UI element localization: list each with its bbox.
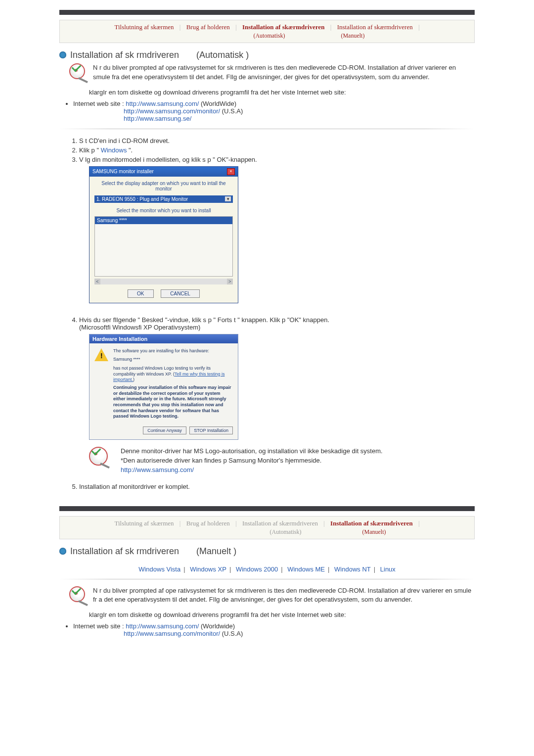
scroll-right-icon[interactable]: > xyxy=(227,279,233,284)
link-linux[interactable]: Linux xyxy=(380,566,396,573)
installer-label-monitor: Select the monitor which you want to ins… xyxy=(89,205,238,216)
divider xyxy=(59,129,475,129)
section-automatisk-heading: Installation af sk rmdriveren (Automatis… xyxy=(59,50,475,60)
hardware-installation-warning-dialog: Hardware Installation ! The software you… xyxy=(89,334,238,440)
installer-adapter-dropdown[interactable]: 1. RADEON 9550 : Plug and Play Monitor ▾ xyxy=(94,195,233,203)
step-2: Klik p " Windows ". xyxy=(79,145,475,155)
tab-tilslutning[interactable]: Tilslutning af skærmen xyxy=(112,23,176,31)
warning-text: The software you are installing for this… xyxy=(113,348,233,420)
link-windows-vista[interactable]: Windows Vista xyxy=(138,566,180,573)
step-4: Hvis du ser fIlgende " Besked "-vindue, … xyxy=(79,315,475,332)
install-steps-cont2: Installation af monitordriver er komplet… xyxy=(79,482,475,491)
tab-installation-manuelt[interactable]: Installation af skærmdriveren xyxy=(335,23,416,31)
tab-brug-af-holderen[interactable]: Brug af holderen xyxy=(184,23,232,31)
warning-triangle-icon: ! xyxy=(94,348,108,361)
link-windows-nt[interactable]: Windows NT xyxy=(334,566,371,573)
install-steps: S t CD'en ind i CD-ROM drevet. Klik p " … xyxy=(79,136,475,164)
internet-links-list: Internet web site : http://www.samsung.c… xyxy=(73,99,475,123)
intro-paragraph-2: klargIr en tom diskette og download driv… xyxy=(89,88,475,97)
link-windows[interactable]: Windows xyxy=(101,146,127,154)
continue-anyway-button[interactable]: Continue Anyway xyxy=(143,426,186,434)
warning-titlebar: Hardware Installation xyxy=(89,334,238,343)
link-windows-me[interactable]: Windows ME xyxy=(287,566,325,573)
chevron-down-icon: ▾ xyxy=(225,196,231,201)
step-5: Installation af monitordriver er komplet… xyxy=(79,482,475,491)
tab-bar-top: Tilslutning af skærmen | Brug af holdere… xyxy=(59,20,475,43)
step-1: S t CD'en ind i CD-ROM drevet. xyxy=(79,136,475,145)
internet-links-list-2: Internet web site : http://www.samsung.c… xyxy=(73,622,475,638)
section2-title-paren: (Manuelt ) xyxy=(196,546,236,556)
document-page: Tilslutning af skærmen | Brug af holdere… xyxy=(30,0,504,658)
link-samsung-monitor-usa-2[interactable]: http://www.samsung.com/monitor/ xyxy=(124,630,220,637)
tab-brug-af-holderen-2[interactable]: Brug af holderen xyxy=(184,520,232,527)
installer-titlebar: SAMSUNG monitor installer × xyxy=(89,167,238,177)
link-samsung-se[interactable]: http://www.samsung.se/ xyxy=(124,115,191,122)
links-label-2: Internet web site : xyxy=(73,622,124,630)
section-manuelt-heading: Installation af sk rmdriveren (Manuelt ) xyxy=(59,546,475,557)
section2-paragraph-1: N r du bliver prompted af ope rativsyste… xyxy=(93,586,475,605)
link-samsung-worldwide-2[interactable]: http://www.samsung.com/ xyxy=(126,622,199,630)
link-windows-2000[interactable]: Windows 2000 xyxy=(236,566,278,573)
close-icon[interactable]: × xyxy=(227,168,235,175)
cd-install-icon xyxy=(69,586,87,604)
top-dark-bar-2 xyxy=(59,506,475,511)
section-bullet-icon xyxy=(59,548,66,555)
link-samsung-worldwide[interactable]: http://www.samsung.com/ xyxy=(126,100,199,107)
step-3: V lg din monitormodel i modellisten, og … xyxy=(79,155,475,164)
os-links-row: Windows Vista| Windows XP| Windows 2000|… xyxy=(59,566,475,573)
section2-paragraph-2: klargIr en tom diskette og download driv… xyxy=(89,611,475,620)
installer-label-adapter: Select the display adapter on which you … xyxy=(89,177,238,195)
installer-horizontal-scrollbar[interactable]: < > xyxy=(94,279,233,284)
tab-installation-manuelt-2[interactable]: Installation af skærmdriveren xyxy=(328,520,415,527)
install-steps-cont: Hvis du ser fIlgende " Besked "-vindue, … xyxy=(79,315,475,332)
samsung-installer-window: SAMSUNG monitor installer × Select the d… xyxy=(89,166,238,303)
installer-monitor-list[interactable]: Samsung **** xyxy=(94,216,233,277)
intro-paragraph-1: N r du bliver prompted af ope rativsyste… xyxy=(93,63,475,82)
section-bullet-icon xyxy=(59,51,66,58)
section-title-paren: (Automatisk ) xyxy=(196,50,249,60)
link-samsung-com[interactable]: http://www.samsung.com/ xyxy=(121,466,194,473)
link-samsung-monitor-usa[interactable]: http://www.samsung.com/monitor/ xyxy=(124,107,220,115)
cd-install-icon xyxy=(89,447,109,467)
cancel-button[interactable]: CANCEL xyxy=(161,289,200,298)
installer-list-item-selected[interactable]: Samsung **** xyxy=(95,217,232,224)
section2-title-text: Installation af sk rmdriveren xyxy=(70,546,179,556)
tab-installation-automatisk-2[interactable]: Installation af skærmdriveren xyxy=(240,520,320,527)
logo-authorisation-note: Denne monitor-driver har MS Logo-autoris… xyxy=(89,447,475,475)
top-dark-bar xyxy=(59,10,475,15)
tab-bar-bottom: Tilslutning af skærmen | Brug af holdere… xyxy=(59,516,475,539)
cd-install-icon xyxy=(69,63,87,81)
ok-button[interactable]: OK xyxy=(128,289,153,298)
links-label: Internet web site : xyxy=(73,100,124,107)
scroll-left-icon[interactable]: < xyxy=(94,279,100,284)
tab-installation-automatisk[interactable]: Installation af skærmdriveren xyxy=(240,23,328,31)
stop-installation-button[interactable]: STOP Installation xyxy=(189,426,233,434)
divider xyxy=(59,579,475,579)
tab-tilslutning-2[interactable]: Tilslutning af skærmen xyxy=(112,520,176,527)
section-title-text: Installation af sk rmdriveren xyxy=(70,50,179,60)
link-windows-xp[interactable]: Windows XP xyxy=(190,566,226,573)
